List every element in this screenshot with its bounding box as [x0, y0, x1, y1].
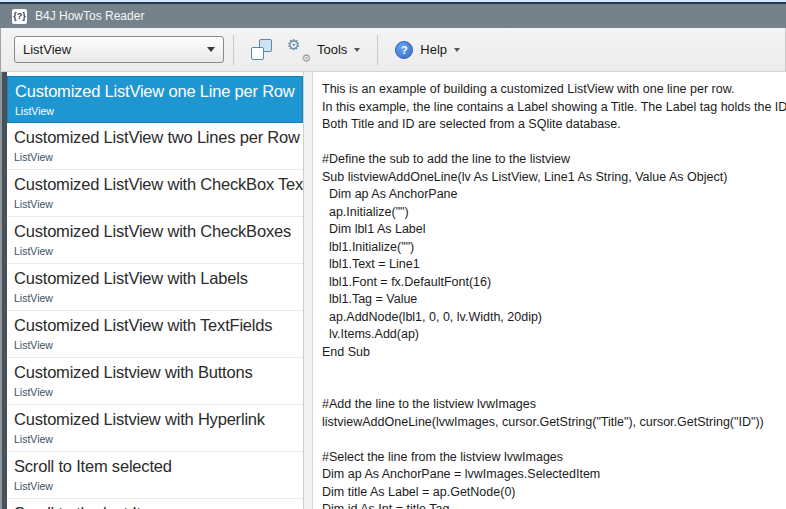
- list-item-title: Customized ListView one Line per Row: [15, 81, 302, 102]
- list-item-title: Scroll to the last Item: [14, 503, 303, 509]
- content-line: Both Title and ID are selected from a SQ…: [322, 116, 780, 134]
- content-line: lbl1.Initialize(""): [322, 239, 780, 257]
- content-line: lbl1.Text = Line1: [322, 256, 780, 274]
- list-item-title: Scroll to Item selected: [14, 456, 303, 477]
- gears-icon: ⚙⚙: [288, 39, 310, 61]
- content-line: Dim title As Label = ap.GetNode(0): [322, 484, 780, 502]
- tools-menu-label: Tools: [317, 42, 347, 57]
- list-item-subtitle: ListView: [14, 197, 303, 211]
- content-line: #Select the line from the listview lvwIm…: [322, 449, 780, 467]
- content-line: lbl1.Font = fx.DefaultFont(16): [322, 274, 780, 292]
- howto-content-pane[interactable]: This is an example of building a customi…: [313, 72, 786, 509]
- list-item-title: Customized ListView with TextFields: [14, 315, 303, 336]
- content-line: [322, 379, 780, 397]
- list-item-title: Customized ListView with CheckBoxes: [14, 221, 303, 242]
- list-item-subtitle: ListView: [14, 291, 303, 305]
- list-item-subtitle: ListView: [15, 104, 302, 118]
- howto-list[interactable]: Customized ListView one Line per Row Lis…: [7, 72, 303, 509]
- list-item-subtitle: ListView: [14, 244, 303, 258]
- content-line: End Sub: [322, 344, 780, 362]
- content-line: Sub listviewAddOneLine(lv As ListView, L…: [322, 169, 780, 187]
- help-menu-button[interactable]: ? Help: [387, 34, 468, 66]
- title-bar[interactable]: {?} B4J HowTos Reader: [0, 4, 786, 28]
- list-item-title: Customized Listview with Buttons: [14, 362, 303, 383]
- content-line: This is an example of building a customi…: [322, 81, 780, 99]
- content-line: Dim id As Int = title.Tag: [322, 501, 780, 509]
- list-content-divider[interactable]: [303, 72, 313, 509]
- list-item-title: Customized ListView with Labels: [14, 268, 303, 289]
- content-line: [322, 361, 780, 379]
- list-item-subtitle: ListView: [14, 338, 303, 352]
- content-line: lbl1.Tag = Value: [322, 291, 780, 309]
- list-item-title: Customized Listview with Hyperlink: [14, 409, 303, 430]
- list-item[interactable]: Scroll to Item selected ListView: [7, 452, 303, 499]
- list-item[interactable]: Customized ListView with TextFields List…: [7, 311, 303, 358]
- list-item[interactable]: Customized ListView two Lines per Row Li…: [7, 123, 303, 170]
- list-item[interactable]: Customized Listview with Hyperlink ListV…: [7, 405, 303, 452]
- list-item[interactable]: Customized Listview with Buttons ListVie…: [7, 358, 303, 405]
- chevron-down-icon: [354, 48, 360, 52]
- tools-menu-button[interactable]: ⚙⚙ Tools: [280, 34, 368, 66]
- content-line: listviewAddOneLine(lvwImages, cursor.Get…: [322, 414, 780, 432]
- toolbar: ListView ⚙⚙ Tools ? Help: [0, 28, 786, 72]
- content-line: #Add the line to the listview lvwImages: [322, 396, 780, 414]
- list-item-subtitle: ListView: [14, 385, 303, 399]
- list-item-subtitle: ListView: [14, 150, 303, 164]
- content-line: ap.AddNode(lbl1, 0, 0, lv.Width, 20dip): [322, 309, 780, 327]
- list-item[interactable]: Customized ListView one Line per Row Lis…: [7, 76, 303, 123]
- help-menu-label: Help: [420, 42, 447, 57]
- chevron-down-icon: [207, 47, 215, 52]
- list-item-title: Customized ListView two Lines per Row: [14, 127, 303, 148]
- chevron-down-icon: [454, 48, 460, 52]
- list-item[interactable]: Customized ListView with CheckBox Tex...…: [7, 170, 303, 217]
- overlapping-windows-icon: [251, 39, 272, 60]
- topic-combobox[interactable]: ListView: [14, 36, 224, 63]
- topic-combobox-value: ListView: [23, 42, 207, 57]
- content-line: Dim ap As AnchorPane = lvwImages.Selecte…: [322, 466, 780, 484]
- content-line: [322, 431, 780, 449]
- list-item-subtitle: ListView: [14, 479, 303, 493]
- list-item-title: Customized ListView with CheckBox Tex...: [14, 174, 303, 195]
- content-line: lv.Items.Add(ap): [322, 326, 780, 344]
- toolbar-separator: [233, 35, 234, 65]
- list-item-subtitle: ListView: [14, 432, 303, 446]
- content-line: ap.Initialize(""): [322, 204, 780, 222]
- content-line: #Define the sub to add the line to the l…: [322, 151, 780, 169]
- content-line: Dim ap As AnchorPane: [322, 186, 780, 204]
- content-line: In this example, the line contains a Lab…: [322, 99, 780, 117]
- content-line: [322, 134, 780, 152]
- new-window-button[interactable]: [243, 34, 280, 66]
- main-area: Customized ListView one Line per Row Lis…: [0, 72, 786, 509]
- content-line: Dim lbl1 As Label: [322, 221, 780, 239]
- toolbar-separator: [377, 35, 378, 65]
- list-item[interactable]: Customized ListView with Labels ListView: [7, 264, 303, 311]
- question-circle-icon: ?: [395, 41, 413, 59]
- list-item[interactable]: Scroll to the last Item: [7, 499, 303, 509]
- list-item[interactable]: Customized ListView with CheckBoxes List…: [7, 217, 303, 264]
- window-title: B4J HowTos Reader: [35, 9, 144, 23]
- app-window: {?} B4J HowTos Reader ListView ⚙⚙ Tools …: [0, 0, 786, 509]
- app-icon: {?}: [12, 9, 27, 24]
